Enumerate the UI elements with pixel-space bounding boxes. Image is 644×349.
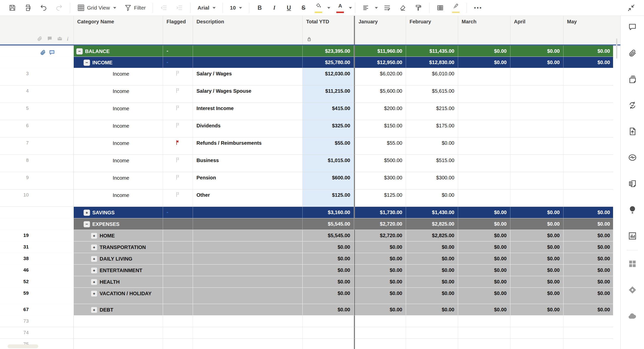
description-cell[interactable]: Refunds / Reimbursements (193, 137, 303, 155)
expand-row-button[interactable]: + (91, 307, 97, 313)
strikethrough-button[interactable]: S (298, 3, 309, 13)
total-ytd-cell[interactable]: $0.00 (303, 304, 354, 316)
month-value-cell[interactable]: $0.00 (458, 276, 510, 288)
column-header-january[interactable]: January (354, 16, 406, 44)
more-options-button[interactable]: ••• (471, 4, 485, 12)
month-value-cell[interactable]: $6,020.00 (354, 68, 406, 85)
month-value-cell[interactable]: $0.00 (510, 207, 564, 218)
row-number[interactable]: 46 (0, 265, 74, 276)
flagged-cell[interactable] (163, 120, 193, 137)
month-value-cell[interactable]: $300.00 (354, 172, 406, 189)
total-ytd-cell[interactable]: $125.00 (303, 189, 354, 207)
cloud-integrations-button[interactable] (628, 311, 637, 321)
highlight-button[interactable] (450, 1, 462, 15)
column-header-description[interactable]: Description (193, 16, 303, 44)
month-value-cell[interactable]: $0.00 (564, 265, 613, 276)
month-value-cell[interactable] (458, 137, 510, 155)
connections-button[interactable] (628, 259, 637, 269)
category-name-cell[interactable]: Income (74, 155, 163, 172)
total-ytd-cell[interactable]: $0.00 (303, 288, 354, 304)
month-value-cell[interactable]: $0.00 (510, 288, 564, 304)
category-name-cell[interactable]: +SAVINGS (74, 207, 163, 218)
month-value-cell[interactable]: $11,960.00 (354, 45, 406, 57)
description-cell[interactable] (193, 253, 303, 265)
month-value-cell[interactable]: $500.00 (354, 155, 406, 172)
total-ytd-cell[interactable] (303, 339, 354, 349)
row-number[interactable]: 73 (0, 316, 74, 327)
column-header-march[interactable]: March (458, 16, 510, 44)
flagged-cell[interactable] (163, 172, 193, 189)
row-number[interactable]: 3 (0, 68, 74, 85)
month-value-cell[interactable] (510, 339, 564, 349)
expand-row-button[interactable]: + (91, 290, 97, 297)
month-value-cell[interactable] (564, 316, 613, 327)
month-value-cell[interactable] (510, 68, 564, 85)
month-value-cell[interactable] (510, 327, 564, 339)
column-header-february[interactable]: February (406, 16, 458, 44)
flagged-cell[interactable] (163, 68, 193, 85)
month-value-cell[interactable]: $0.00 (564, 218, 613, 230)
description-cell[interactable] (193, 265, 303, 276)
category-name-cell[interactable]: +VACATION / HOLIDAY (74, 288, 163, 304)
total-ytd-cell[interactable]: $0.00 (303, 265, 354, 276)
month-value-cell[interactable]: $0.00 (510, 230, 564, 241)
flagged-cell[interactable] (163, 241, 193, 253)
month-value-cell[interactable]: $0.00 (564, 241, 613, 253)
month-value-cell[interactable] (510, 120, 564, 137)
month-value-cell[interactable]: $0.00 (510, 45, 564, 57)
attachment-column-icon[interactable] (37, 36, 43, 41)
month-value-cell[interactable]: $175.00 (406, 120, 458, 137)
flagged-cell[interactable] (163, 327, 193, 339)
month-value-cell[interactable]: $0.00 (406, 265, 458, 276)
total-ytd-cell[interactable] (303, 316, 354, 327)
expand-row-button[interactable]: + (91, 256, 97, 262)
description-cell[interactable] (193, 207, 303, 218)
attachment-indicator-icon[interactable] (40, 49, 46, 56)
month-value-cell[interactable]: $0.00 (354, 253, 406, 265)
total-ytd-cell[interactable]: $0.00 (303, 253, 354, 265)
description-cell[interactable]: Salary / Wages (193, 68, 303, 85)
expand-row-button[interactable]: + (84, 210, 90, 216)
month-value-cell[interactable] (458, 339, 510, 349)
month-value-cell[interactable] (510, 85, 564, 103)
expand-row-button[interactable]: + (91, 267, 97, 274)
month-value-cell[interactable]: $2,720.00 (354, 230, 406, 241)
fill-color-button[interactable] (312, 1, 325, 15)
collapse-toolbar-button[interactable] (624, 2, 638, 14)
month-value-cell[interactable]: $300.00 (406, 172, 458, 189)
category-name-cell[interactable]: Income (74, 68, 163, 85)
total-ytd-cell[interactable]: $1,015.00 (303, 155, 354, 172)
font-color-button[interactable]: A (334, 1, 346, 15)
month-value-cell[interactable] (406, 339, 458, 349)
total-ytd-cell[interactable]: $600.00 (303, 172, 354, 189)
month-value-cell[interactable]: $0.00 (510, 265, 564, 276)
flag-outline-icon[interactable] (175, 122, 181, 128)
month-value-cell[interactable] (458, 189, 510, 207)
row-number[interactable]: 59 (0, 288, 74, 304)
horizontal-scrollbar[interactable] (8, 344, 38, 348)
category-name-cell[interactable]: Income (74, 137, 163, 155)
save-button[interactable] (6, 3, 19, 13)
month-value-cell[interactable]: $0.00 (458, 230, 510, 241)
italic-button[interactable]: I (268, 3, 280, 13)
month-value-cell[interactable]: $0.00 (458, 207, 510, 218)
flag-outline-icon[interactable] (175, 157, 181, 163)
row-number-header[interactable]: i (0, 16, 74, 44)
conversations-button[interactable] (628, 22, 637, 32)
description-cell[interactable] (193, 45, 303, 57)
row-number[interactable]: 31 (0, 241, 74, 253)
total-ytd-cell[interactable]: $55.00 (303, 137, 354, 155)
month-value-cell[interactable] (458, 68, 510, 85)
month-value-cell[interactable] (564, 103, 613, 120)
month-value-cell[interactable]: $0.00 (564, 230, 613, 241)
month-value-cell[interactable] (354, 327, 406, 339)
row-number[interactable]: 6 (0, 120, 74, 137)
flagged-cell[interactable] (163, 339, 193, 349)
update-requests-button[interactable] (628, 100, 637, 110)
flagged-cell[interactable] (163, 230, 193, 241)
wrap-text-button[interactable] (381, 3, 393, 13)
month-value-cell[interactable] (458, 316, 510, 327)
bold-button[interactable]: B (254, 3, 265, 13)
chevron-down-icon[interactable] (327, 7, 330, 9)
month-value-cell[interactable]: $0.00 (458, 45, 510, 57)
